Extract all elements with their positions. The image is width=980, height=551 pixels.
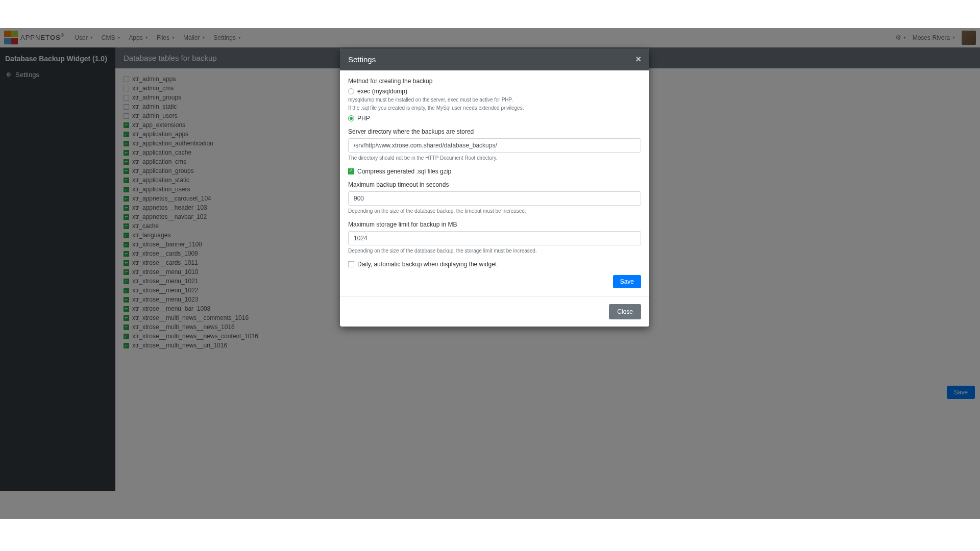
timeout-label: Maximum backup timeout in seconds bbox=[348, 181, 641, 188]
timeout-input[interactable] bbox=[348, 191, 641, 206]
help-text: The directory should not be in the HTTP … bbox=[348, 155, 641, 162]
checkbox-icon bbox=[348, 168, 354, 174]
help-text: If the .sql file you created is empty, t… bbox=[348, 105, 641, 112]
directory-input[interactable] bbox=[348, 138, 641, 153]
daily-backup-checkbox[interactable]: Daily, automatic backup when displaying … bbox=[348, 261, 641, 268]
modal-save-button[interactable]: Save bbox=[613, 275, 641, 288]
compress-checkbox[interactable]: Compress generated .sql files gzip bbox=[348, 168, 641, 175]
storage-input[interactable] bbox=[348, 231, 641, 245]
radio-exec[interactable]: exec (mysqldump) bbox=[348, 88, 641, 95]
top-whitespace bbox=[0, 0, 980, 28]
modal-title: Settings bbox=[348, 55, 376, 64]
modal-close-button[interactable]: Close bbox=[609, 304, 641, 319]
close-icon[interactable]: × bbox=[635, 54, 641, 65]
storage-label: Maximum storage limit for backup in MB bbox=[348, 221, 641, 228]
checkbox-icon bbox=[348, 261, 354, 267]
directory-label: Server directory where the backups are s… bbox=[348, 128, 641, 135]
radio-icon bbox=[348, 88, 354, 94]
radio-icon bbox=[348, 115, 354, 121]
settings-modal: Settings × Method for creating the backu… bbox=[340, 48, 649, 327]
radio-php[interactable]: PHP bbox=[348, 115, 641, 122]
help-text: mysqldump must be installed on the serve… bbox=[348, 96, 641, 104]
help-text: Depending on the size of the database ba… bbox=[348, 247, 641, 255]
method-label: Method for creating the backup bbox=[348, 78, 641, 85]
help-text: Depending on the size of the database ba… bbox=[348, 208, 641, 215]
modal-header: Settings × bbox=[340, 48, 649, 70]
